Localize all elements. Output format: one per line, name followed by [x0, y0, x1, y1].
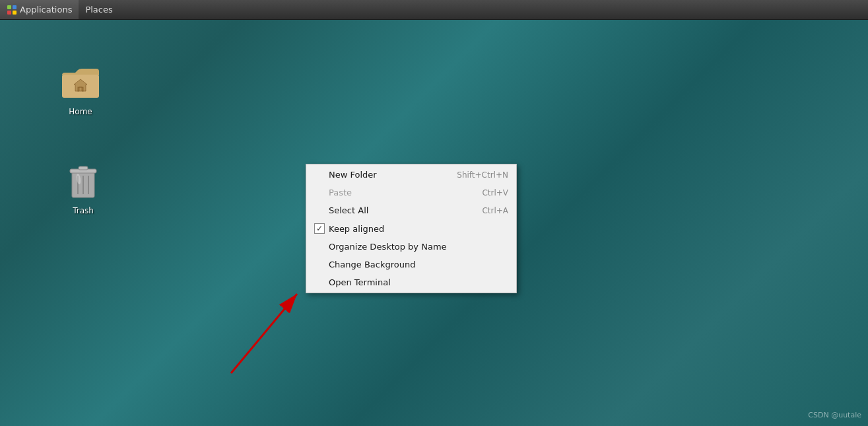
menu-item-open-terminal[interactable]: Open Terminal	[306, 273, 516, 291]
watermark: CSDN @uutale	[808, 411, 861, 419]
menu-label-open-terminal: Open Terminal	[329, 277, 508, 287]
menu-shortcut-paste: Ctrl+V	[482, 188, 508, 197]
menu-item-keep-aligned[interactable]: Keep aligned	[306, 219, 516, 238]
menu-item-change-background[interactable]: Change Background	[306, 256, 516, 273]
applications-label: Applications	[20, 5, 72, 15]
menu-label-organize-desktop: Organize Desktop by Name	[329, 242, 508, 252]
places-label: Places	[85, 5, 112, 15]
taskbar: Applications Places	[0, 0, 868, 20]
trash-image	[62, 161, 104, 203]
home-label: Home	[69, 107, 92, 116]
menu-label-new-folder: New Folder	[329, 170, 444, 180]
svg-rect-11	[79, 166, 88, 170]
menu-label-change-background: Change Background	[329, 260, 508, 269]
context-menu: New FolderShift+Ctrl+NPasteCtrl+VSelect …	[306, 164, 517, 293]
menu-checkbox-keep-aligned	[314, 223, 325, 234]
menu-shortcut-select-all: Ctrl+A	[482, 206, 508, 215]
menu-shortcut-new-folder: Shift+Ctrl+N	[457, 170, 508, 180]
svg-rect-1	[13, 5, 17, 9]
svg-line-14	[231, 294, 297, 373]
menu-item-organize-desktop[interactable]: Organize Desktop by Name	[306, 238, 516, 256]
menu-label-keep-aligned: Keep aligned	[329, 224, 508, 234]
home-icon[interactable]: Home	[54, 59, 107, 119]
menu-label-select-all: Select All	[329, 205, 469, 215]
menu-item-paste: PasteCtrl+V	[306, 184, 516, 201]
menu-label-paste: Paste	[329, 188, 469, 197]
arrow-annotation	[224, 281, 317, 380]
taskbar-left: Applications Places	[0, 0, 119, 19]
trash-icon[interactable]: Trash	[57, 159, 110, 218]
svg-rect-2	[7, 11, 11, 15]
applications-icon	[7, 5, 17, 15]
svg-rect-3	[13, 11, 17, 15]
svg-rect-5	[78, 87, 83, 91]
places-menu[interactable]: Places	[79, 0, 119, 19]
svg-rect-0	[7, 5, 11, 9]
home-folder-image	[59, 62, 102, 104]
desktop: Home Trash New FolderShift+Ctrl+NPasteCt…	[0, 20, 868, 426]
trash-label: Trash	[73, 206, 94, 215]
menu-item-new-folder[interactable]: New FolderShift+Ctrl+N	[306, 166, 516, 184]
applications-menu[interactable]: Applications	[0, 0, 79, 19]
menu-item-select-all[interactable]: Select AllCtrl+A	[306, 201, 516, 219]
